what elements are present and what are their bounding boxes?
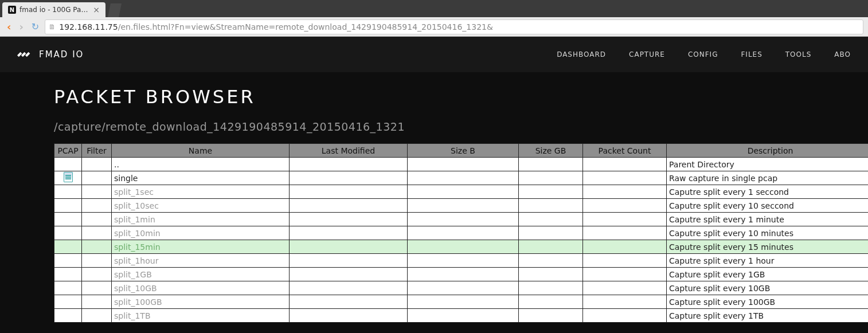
cell-pcap[interactable] [54,309,82,323]
tab-title: fmad io - 100G Pa… [19,6,88,14]
nav-about[interactable]: ABO [834,50,851,58]
cell-name[interactable]: .. [112,158,290,171]
reload-button[interactable]: ↻ [29,21,41,32]
table-row[interactable]: ..Parent Directory [54,158,869,171]
nav-dashboard[interactable]: DASHBOARD [557,50,606,58]
tab-close-icon[interactable]: × [93,6,100,14]
cell-filter[interactable] [82,268,112,281]
col-last-modified[interactable]: Last Modified [290,144,408,158]
cell-name[interactable]: split_1min [112,213,290,226]
cell-filter[interactable] [82,171,112,185]
cell-packet-count [583,309,667,323]
cell-pcap[interactable] [54,171,82,185]
cell-name[interactable]: split_10sec [112,199,290,213]
col-description[interactable]: Description [667,144,869,158]
cell-pcap[interactable] [54,281,82,295]
cell-packet-count [583,213,667,226]
forward-button[interactable]: › [17,21,25,33]
browser-tab[interactable]: N fmad io - 100G Pa… × [2,2,105,17]
cell-pcap[interactable] [54,185,82,199]
cell-filter[interactable] [82,199,112,213]
table-row[interactable]: split_100GBCapture split every 100GB [54,295,869,309]
table-row[interactable]: split_1minCaputre split every 1 minute [54,213,869,226]
table-row[interactable]: split_1secCaputre split every 1 seccond [54,185,869,199]
nav-files[interactable]: FILES [741,50,762,58]
cell-description: Caputre split every 15 minutes [667,240,869,254]
cell-pcap[interactable] [54,158,82,171]
cell-last-modified [290,158,408,171]
cell-pcap[interactable] [54,240,82,254]
cell-packet-count [583,254,667,268]
cell-name[interactable]: split_1hour [112,254,290,268]
cell-filter[interactable] [82,240,112,254]
file-icon [64,172,73,182]
cell-pcap[interactable] [54,254,82,268]
new-tab-button[interactable] [108,3,122,17]
cell-last-modified [290,171,408,185]
col-size-gb[interactable]: Size GB [519,144,583,158]
nav-tools[interactable]: TOOLS [785,50,812,58]
cell-size-b [408,295,519,309]
cell-description: Capture split every 1TB [667,309,869,323]
cell-filter[interactable] [82,213,112,226]
cell-description: Capture split every 10GB [667,281,869,295]
cell-pcap[interactable] [54,268,82,281]
nav-capture[interactable]: CAPTURE [629,50,665,58]
cell-name[interactable]: split_10GB [112,281,290,295]
cell-size-gb [519,268,583,281]
cell-filter[interactable] [82,254,112,268]
cell-name[interactable]: split_10min [112,226,290,240]
cell-filter[interactable] [82,158,112,171]
cell-description: Caputre split every 10 minutes [667,226,869,240]
cell-size-b [408,171,519,185]
cell-name[interactable]: split_15min [112,240,290,254]
cell-size-b [408,158,519,171]
table-row[interactable]: split_10GBCapture split every 10GB [54,281,869,295]
cell-name[interactable]: single [112,171,290,185]
col-pcap[interactable]: PCAP [54,144,82,158]
cell-size-b [408,254,519,268]
cell-filter[interactable] [82,185,112,199]
brand[interactable]: FMAD IO [17,49,84,60]
table-row[interactable]: singleRaw capture in single pcap [54,171,869,185]
cell-last-modified [290,226,408,240]
table-row[interactable]: split_1TBCapture split every 1TB [54,309,869,323]
cell-name[interactable]: split_100GB [112,295,290,309]
table-row[interactable]: split_1hourCaputre split every 1 hour [54,254,869,268]
table-row[interactable]: split_15minCaputre split every 15 minute… [54,240,869,254]
cell-name[interactable]: split_1TB [112,309,290,323]
cell-pcap[interactable] [54,213,82,226]
col-packet-count[interactable]: Packet Count [583,144,667,158]
cell-name[interactable]: split_1sec [112,185,290,199]
nav-config[interactable]: CONFIG [688,50,718,58]
cell-filter[interactable] [82,226,112,240]
cell-packet-count [583,158,667,171]
table-row[interactable]: split_1GBCapture split every 1GB [54,268,869,281]
cell-size-gb [519,158,583,171]
back-button[interactable]: ‹ [5,21,13,33]
cell-packet-count [583,226,667,240]
cell-packet-count [583,199,667,213]
cell-pcap[interactable] [54,199,82,213]
col-name[interactable]: Name [112,144,290,158]
file-table: PCAP Filter Name Last Modified Size B Si… [54,143,868,323]
cell-description: Caputre split every 1 minute [667,213,869,226]
cell-name[interactable]: split_1GB [112,268,290,281]
cell-description: Caputre split every 1 seccond [667,185,869,199]
cell-pcap[interactable] [54,226,82,240]
cell-last-modified [290,199,408,213]
cell-filter[interactable] [82,295,112,309]
cell-pcap[interactable] [54,295,82,309]
url-bar[interactable]: 🗎 192.168.11.75/en.files.html?Fn=view&St… [45,19,863,34]
table-header-row: PCAP Filter Name Last Modified Size B Si… [54,144,869,158]
col-filter[interactable]: Filter [82,144,112,158]
col-size-b[interactable]: Size B [408,144,519,158]
cell-filter[interactable] [82,309,112,323]
page: FMAD IO DASHBOARD CAPTURE CONFIG FILES T… [0,37,868,333]
cell-filter[interactable] [82,281,112,295]
cell-size-b [408,309,519,323]
cell-size-gb [519,281,583,295]
table-row[interactable]: split_10secCaputre split every 10 seccon… [54,199,869,213]
cell-packet-count [583,295,667,309]
table-row[interactable]: split_10minCaputre split every 10 minute… [54,226,869,240]
